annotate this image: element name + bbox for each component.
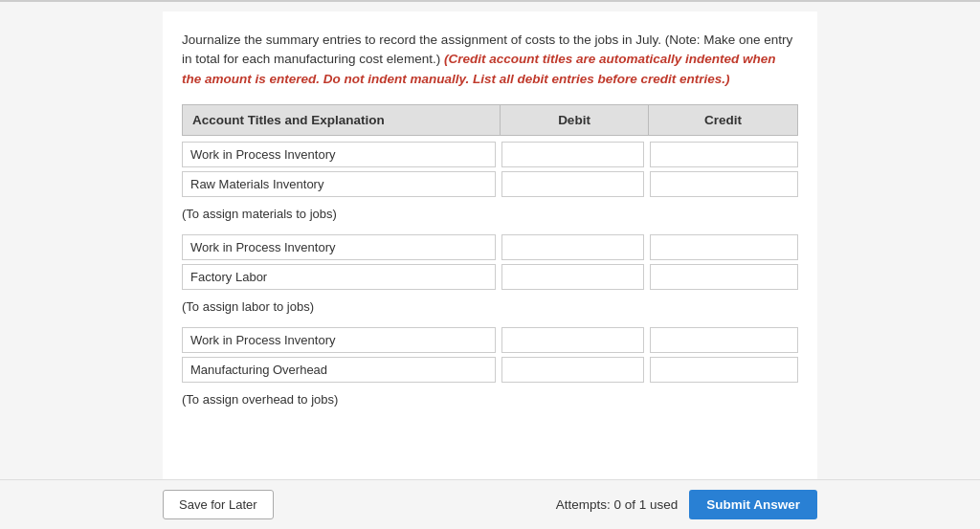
entry2-credit2-input[interactable] [650, 264, 798, 290]
entry2-debit1-input[interactable] [501, 234, 644, 260]
entry3-row2 [182, 357, 798, 383]
entry3-row1-credit-cell [650, 327, 798, 353]
entry2-row2-debit-cell [501, 264, 650, 290]
entry1-debit1-input[interactable] [501, 142, 644, 167]
entry3-debit2-input[interactable] [501, 357, 644, 383]
entry2-account2-input[interactable] [182, 264, 496, 290]
instruction-text: Journalize the summary entries to record… [182, 31, 798, 89]
top-border [0, 0, 980, 2]
entry1-row1 [182, 142, 798, 167]
entry1-account1-input[interactable] [182, 142, 496, 167]
bottom-bar: Save for Later Attempts: 0 of 1 used Sub… [0, 479, 980, 529]
entry2-row1-debit-cell [501, 234, 650, 260]
entry1-account2-input[interactable] [182, 171, 496, 197]
entry3-debit1-input[interactable] [501, 327, 644, 353]
entry1-row2-debit-cell [501, 171, 650, 197]
header-account: Account Titles and Explanation [183, 105, 501, 135]
entry3-account1-input[interactable] [182, 327, 496, 353]
entry3-row1-account-cell [182, 327, 501, 353]
entry2-row1-credit-cell [650, 234, 798, 260]
entry3-row2-credit-cell [650, 357, 798, 383]
entry1-row2 [182, 171, 798, 197]
entry2-row2-credit-cell [650, 264, 798, 290]
entry-section-2: (To assign labor to jobs) [182, 234, 798, 323]
entry1-note: (To assign materials to jobs) [182, 201, 798, 231]
entry3-row2-account-cell [182, 357, 501, 383]
entry3-row2-debit-cell [501, 357, 650, 383]
entry1-row2-account-cell [182, 171, 501, 197]
entry2-row2-account-cell [182, 264, 501, 290]
entry-section-1: (To assign materials to jobs) [182, 142, 798, 231]
save-for-later-button[interactable]: Save for Later [163, 490, 274, 519]
entry1-credit2-input[interactable] [650, 171, 798, 197]
right-actions: Attempts: 0 of 1 used Submit Answer [556, 490, 817, 519]
entry2-row1-account-cell [182, 234, 501, 260]
entry2-note: (To assign labor to jobs) [182, 294, 798, 323]
table-header: Account Titles and Explanation Debit Cre… [182, 104, 798, 136]
entries-wrapper: (To assign materials to jobs) [182, 142, 798, 416]
main-content: Journalize the summary entries to record… [163, 11, 817, 479]
entry2-row1 [182, 234, 798, 260]
entry1-row1-account-cell [182, 142, 501, 167]
entry3-credit1-input[interactable] [650, 327, 798, 353]
entry3-row1-debit-cell [501, 327, 650, 353]
submit-answer-button[interactable]: Submit Answer [689, 490, 817, 519]
entry3-credit2-input[interactable] [650, 357, 798, 383]
entry2-row2 [182, 264, 798, 290]
entry3-note: (To assign overhead to jobs) [182, 386, 798, 416]
entry2-credit1-input[interactable] [650, 234, 798, 260]
entry1-credit1-input[interactable] [650, 142, 798, 167]
entry2-debit2-input[interactable] [501, 264, 644, 290]
entry-section-3: (To assign overhead to jobs) [182, 327, 798, 416]
entry3-account2-input[interactable] [182, 357, 496, 383]
attempts-text: Attempts: 0 of 1 used [556, 497, 679, 512]
header-debit: Debit [501, 105, 649, 135]
entry3-row1 [182, 327, 798, 353]
entry1-row2-credit-cell [650, 171, 798, 197]
entry1-row1-debit-cell [501, 142, 650, 167]
entry2-account1-input[interactable] [182, 234, 496, 260]
entry1-row1-credit-cell [650, 142, 798, 167]
entry1-debit2-input[interactable] [501, 171, 644, 197]
page-wrapper: Journalize the summary entries to record… [0, 0, 980, 529]
header-credit: Credit [649, 105, 797, 135]
